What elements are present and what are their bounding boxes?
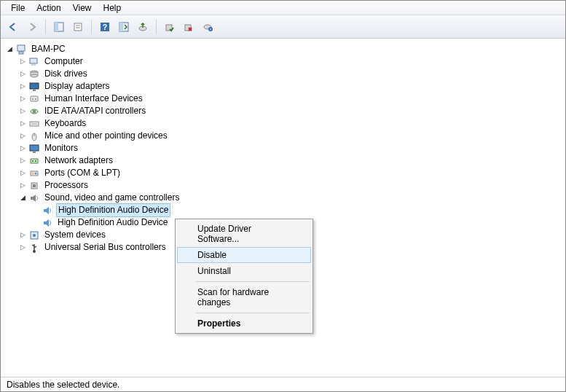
toolbar-separator: [45, 20, 46, 34]
svg-text:?: ?: [103, 23, 107, 31]
disk-icon: [28, 68, 40, 80]
svg-rect-36: [35, 160, 36, 162]
tree-item-label: Mice and other pointing devices: [43, 130, 169, 142]
expand-icon[interactable]: ▷: [18, 95, 27, 103]
tree-item-label: Disk drives: [43, 68, 89, 80]
tree-category[interactable]: ▷Keyboards: [4, 117, 181, 130]
uninstall-button[interactable]: [200, 19, 216, 35]
svg-rect-1: [55, 23, 58, 31]
sounddev-icon: [42, 217, 53, 229]
menu-view[interactable]: View: [67, 1, 98, 15]
tree-category[interactable]: ▷IDE ATA/ATAPI controllers: [4, 105, 181, 117]
ctx-uninstall[interactable]: Uninstall: [177, 263, 311, 279]
expand-icon[interactable]: ▷: [18, 169, 27, 178]
tree-root[interactable]: ◢BAM-PC: [4, 43, 181, 55]
tree-item-label: Network adapters: [43, 154, 114, 167]
tree-category[interactable]: ▷Network adapters: [4, 154, 181, 167]
expand-icon[interactable]: ▷: [18, 70, 27, 79]
ctx-separator: [196, 281, 310, 282]
tree-item-label: Sound, video and game controllers: [43, 192, 181, 204]
tree-item-label: High Definition Audio Device: [56, 216, 169, 229]
forward-icon: [27, 22, 37, 32]
forward-button[interactable]: [24, 19, 40, 35]
svg-point-20: [31, 74, 38, 77]
svg-rect-15: [19, 52, 23, 54]
expand-icon[interactable]: ▷: [18, 231, 27, 240]
expand-icon[interactable]: ▷: [18, 119, 27, 128]
computer-icon: [28, 56, 40, 68]
uninstall-icon: [203, 22, 213, 32]
tree-device[interactable]: High Definition Audio Device: [4, 216, 181, 229]
tree-category[interactable]: ▷Disk drives: [4, 68, 181, 80]
cpu-icon: [28, 180, 40, 192]
tree-item-label: Processors: [43, 179, 90, 192]
svg-rect-8: [119, 23, 123, 31]
hid-icon: [28, 93, 40, 105]
back-button[interactable]: [5, 19, 21, 35]
status-bar: Disables the selected device.: [1, 377, 565, 391]
svg-point-24: [32, 98, 34, 100]
expand-icon[interactable]: ▷: [18, 157, 27, 165]
expand-icon[interactable]: ▷: [18, 58, 27, 66]
usb-icon: [28, 242, 40, 254]
tree-category[interactable]: ▷Processors: [4, 179, 181, 192]
ctx-separator: [196, 313, 310, 313]
tree-item-label: BAM-PC: [30, 43, 67, 55]
svg-rect-16: [30, 58, 37, 63]
tree-category[interactable]: ▷Computer: [4, 55, 181, 68]
ctx-properties[interactable]: Properties: [177, 315, 311, 332]
status-text: Disables the selected device.: [7, 380, 119, 390]
menu-bar: File Action View Help: [1, 1, 565, 15]
properties-button[interactable]: [70, 19, 86, 35]
disable-button[interactable]: [181, 19, 197, 35]
help-button[interactable]: ?: [97, 19, 113, 35]
expand-icon[interactable]: ▷: [18, 243, 27, 252]
svg-rect-32: [30, 145, 39, 151]
menu-help[interactable]: Help: [98, 1, 127, 15]
tree-category[interactable]: ▷Universal Serial Bus controllers: [4, 241, 181, 254]
network-icon: [28, 155, 40, 167]
update-driver-button[interactable]: [135, 19, 151, 35]
tree-category[interactable]: ▷Ports (COM & LPT): [4, 167, 181, 179]
tree-item-label: Computer: [43, 55, 84, 68]
tree-category[interactable]: ◢Sound, video and game controllers: [4, 192, 181, 204]
tree-category[interactable]: ▷Display adapters: [4, 80, 181, 93]
collapse-icon[interactable]: ◢: [5, 45, 14, 54]
tree-item-label: Display adapters: [43, 80, 111, 93]
ctx-disable[interactable]: Disable: [177, 247, 311, 263]
tree-category[interactable]: ▷Mice and other pointing devices: [4, 130, 181, 142]
tree-item-label: Monitors: [43, 142, 79, 154]
toolbar: ?: [1, 15, 565, 39]
enable-button[interactable]: [162, 19, 178, 35]
expand-icon[interactable]: ▷: [18, 181, 27, 190]
enable-icon: [165, 22, 175, 32]
refresh-button[interactable]: [116, 19, 132, 35]
tree-item-label: High Definition Audio Device: [56, 203, 170, 217]
ctx-scan[interactable]: Scan for hardware changes: [177, 284, 311, 310]
tree-category[interactable]: ▷Monitors: [4, 142, 181, 154]
collapse-icon[interactable]: ◢: [18, 194, 27, 203]
toolbar-separator: [156, 20, 157, 34]
device-tree[interactable]: ◢BAM-PC▷Computer▷Disk drives▷Display ada…: [1, 39, 184, 377]
svg-rect-17: [31, 64, 36, 66]
expand-icon[interactable]: ▷: [18, 132, 27, 141]
show-hide-tree-button[interactable]: [51, 19, 67, 35]
expand-icon[interactable]: ▷: [18, 144, 27, 153]
expand-icon[interactable]: ▷: [18, 107, 27, 116]
ctx-update-driver[interactable]: Update Driver Software...: [177, 221, 311, 247]
refresh-icon: [119, 22, 129, 32]
svg-rect-41: [33, 184, 36, 187]
ide-icon: [28, 106, 40, 117]
sound-icon: [28, 192, 40, 204]
expand-icon[interactable]: ▷: [18, 82, 27, 91]
svg-point-25: [35, 98, 36, 100]
tree-category[interactable]: ▷Human Interface Devices: [4, 93, 181, 105]
tree-item-label: IDE ATA/ATAPI controllers: [43, 105, 147, 117]
tree-category[interactable]: ▷System devices: [4, 229, 181, 241]
tree-item-label: System devices: [43, 229, 107, 241]
menu-file[interactable]: File: [5, 1, 31, 15]
svg-rect-34: [31, 159, 38, 163]
tree-device[interactable]: High Definition Audio Device: [4, 204, 181, 216]
menu-action[interactable]: Action: [31, 1, 66, 15]
port-icon: [28, 168, 40, 179]
